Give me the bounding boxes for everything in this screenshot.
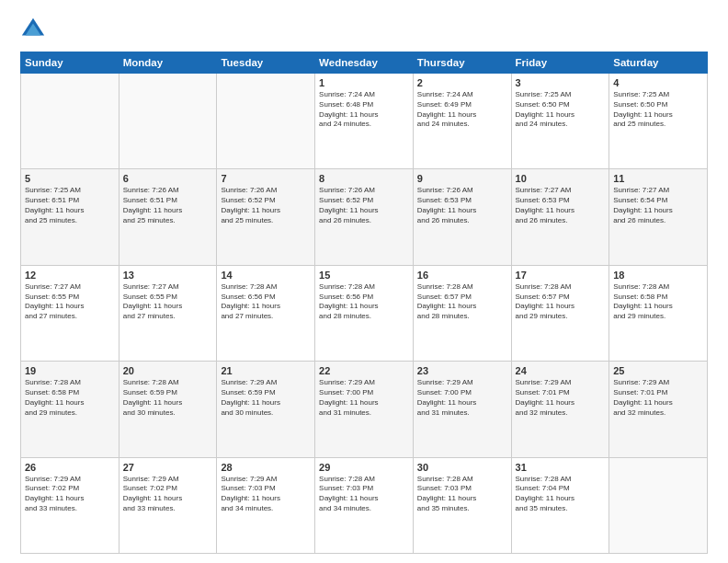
day-info: Sunrise: 7:28 AM Sunset: 6:59 PM Dayligh…	[123, 378, 213, 418]
calendar-week-2: 5Sunrise: 7:25 AM Sunset: 6:51 PM Daylig…	[21, 169, 708, 265]
day-number: 19	[25, 365, 115, 376]
calendar-cell: 4Sunrise: 7:25 AM Sunset: 6:50 PM Daylig…	[609, 74, 708, 169]
day-number: 22	[319, 365, 409, 376]
day-info: Sunrise: 7:27 AM Sunset: 6:55 PM Dayligh…	[25, 282, 115, 322]
calendar-week-4: 19Sunrise: 7:28 AM Sunset: 6:58 PM Dayli…	[21, 362, 708, 457]
day-info: Sunrise: 7:28 AM Sunset: 7:03 PM Dayligh…	[417, 475, 507, 514]
day-info: Sunrise: 7:28 AM Sunset: 6:58 PM Dayligh…	[613, 282, 703, 322]
day-number: 25	[613, 365, 703, 376]
day-info: Sunrise: 7:27 AM Sunset: 6:55 PM Dayligh…	[123, 282, 213, 322]
day-info: Sunrise: 7:29 AM Sunset: 6:59 PM Dayligh…	[221, 378, 311, 418]
calendar-week-5: 26Sunrise: 7:29 AM Sunset: 7:02 PM Dayli…	[21, 457, 708, 553]
day-number: 5	[25, 173, 115, 184]
day-number: 31	[516, 462, 606, 473]
calendar-table: SundayMondayTuesdayWednesdayThursdayFrid…	[20, 52, 708, 554]
day-number: 6	[123, 173, 213, 184]
calendar-cell: 25Sunrise: 7:29 AM Sunset: 7:01 PM Dayli…	[609, 362, 708, 457]
calendar-cell: 12Sunrise: 7:27 AM Sunset: 6:55 PM Dayli…	[21, 265, 119, 361]
day-info: Sunrise: 7:29 AM Sunset: 7:02 PM Dayligh…	[25, 475, 115, 514]
logo-icon	[20, 17, 46, 42]
calendar-cell	[21, 74, 119, 169]
day-number: 15	[319, 270, 409, 281]
day-info: Sunrise: 7:26 AM Sunset: 6:52 PM Dayligh…	[221, 186, 311, 225]
day-number: 3	[516, 77, 606, 88]
day-info: Sunrise: 7:29 AM Sunset: 7:02 PM Dayligh…	[123, 475, 213, 514]
header	[20, 17, 708, 42]
calendar-cell: 29Sunrise: 7:28 AM Sunset: 7:03 PM Dayli…	[315, 457, 414, 553]
page: SundayMondayTuesdayWednesdayThursdayFrid…	[0, 0, 728, 563]
day-info: Sunrise: 7:28 AM Sunset: 6:58 PM Dayligh…	[25, 378, 115, 418]
calendar-cell: 21Sunrise: 7:29 AM Sunset: 6:59 PM Dayli…	[217, 362, 315, 457]
day-number: 28	[221, 462, 311, 473]
calendar-cell: 2Sunrise: 7:24 AM Sunset: 6:49 PM Daylig…	[413, 74, 511, 169]
calendar-cell: 31Sunrise: 7:28 AM Sunset: 7:04 PM Dayli…	[511, 457, 609, 553]
day-header-saturday: Saturday	[609, 52, 708, 74]
day-number: 30	[417, 462, 507, 473]
calendar-cell: 24Sunrise: 7:29 AM Sunset: 7:01 PM Dayli…	[511, 362, 609, 457]
day-info: Sunrise: 7:27 AM Sunset: 6:54 PM Dayligh…	[613, 186, 703, 225]
calendar-cell: 15Sunrise: 7:28 AM Sunset: 6:56 PM Dayli…	[315, 265, 414, 361]
day-number: 16	[417, 270, 507, 281]
calendar-cell: 6Sunrise: 7:26 AM Sunset: 6:51 PM Daylig…	[119, 169, 217, 265]
day-number: 13	[123, 270, 213, 281]
day-number: 10	[516, 173, 606, 184]
day-info: Sunrise: 7:25 AM Sunset: 6:50 PM Dayligh…	[516, 90, 606, 130]
day-number: 14	[221, 270, 311, 281]
day-info: Sunrise: 7:26 AM Sunset: 6:53 PM Dayligh…	[417, 186, 507, 225]
calendar-cell: 18Sunrise: 7:28 AM Sunset: 6:58 PM Dayli…	[609, 265, 708, 361]
day-header-wednesday: Wednesday	[315, 52, 414, 74]
day-number: 4	[613, 77, 703, 88]
day-info: Sunrise: 7:28 AM Sunset: 6:56 PM Dayligh…	[319, 282, 409, 322]
calendar-cell: 14Sunrise: 7:28 AM Sunset: 6:56 PM Dayli…	[217, 265, 315, 361]
calendar-cell: 20Sunrise: 7:28 AM Sunset: 6:59 PM Dayli…	[119, 362, 217, 457]
day-number: 7	[221, 173, 311, 184]
day-number: 24	[516, 365, 606, 376]
calendar-cell: 16Sunrise: 7:28 AM Sunset: 6:57 PM Dayli…	[413, 265, 511, 361]
calendar-cell: 28Sunrise: 7:29 AM Sunset: 7:03 PM Dayli…	[217, 457, 315, 553]
day-header-thursday: Thursday	[413, 52, 511, 74]
day-number: 20	[123, 365, 213, 376]
day-number: 8	[319, 173, 409, 184]
day-number: 11	[613, 173, 703, 184]
calendar-cell	[609, 457, 708, 553]
day-number: 17	[516, 270, 606, 281]
calendar-cell: 22Sunrise: 7:29 AM Sunset: 7:00 PM Dayli…	[315, 362, 414, 457]
calendar-cell: 26Sunrise: 7:29 AM Sunset: 7:02 PM Dayli…	[21, 457, 119, 553]
calendar-cell: 3Sunrise: 7:25 AM Sunset: 6:50 PM Daylig…	[511, 74, 609, 169]
day-info: Sunrise: 7:24 AM Sunset: 6:49 PM Dayligh…	[417, 90, 507, 130]
day-info: Sunrise: 7:29 AM Sunset: 7:03 PM Dayligh…	[221, 475, 311, 514]
logo	[20, 17, 50, 42]
calendar-cell	[217, 74, 315, 169]
calendar-week-3: 12Sunrise: 7:27 AM Sunset: 6:55 PM Dayli…	[21, 265, 708, 361]
day-number: 26	[25, 462, 115, 473]
calendar-cell: 9Sunrise: 7:26 AM Sunset: 6:53 PM Daylig…	[413, 169, 511, 265]
day-header-sunday: Sunday	[21, 52, 119, 74]
calendar-cell: 8Sunrise: 7:26 AM Sunset: 6:52 PM Daylig…	[315, 169, 414, 265]
calendar-cell: 17Sunrise: 7:28 AM Sunset: 6:57 PM Dayli…	[511, 265, 609, 361]
day-header-friday: Friday	[511, 52, 609, 74]
day-number: 23	[417, 365, 507, 376]
day-number: 29	[319, 462, 409, 473]
day-header-monday: Monday	[119, 52, 217, 74]
day-number: 12	[25, 270, 115, 281]
day-info: Sunrise: 7:28 AM Sunset: 6:57 PM Dayligh…	[417, 282, 507, 322]
day-info: Sunrise: 7:28 AM Sunset: 6:57 PM Dayligh…	[516, 282, 606, 322]
day-number: 1	[319, 77, 409, 88]
calendar-cell: 13Sunrise: 7:27 AM Sunset: 6:55 PM Dayli…	[119, 265, 217, 361]
day-info: Sunrise: 7:26 AM Sunset: 6:52 PM Dayligh…	[319, 186, 409, 225]
calendar-cell: 30Sunrise: 7:28 AM Sunset: 7:03 PM Dayli…	[413, 457, 511, 553]
calendar-cell: 5Sunrise: 7:25 AM Sunset: 6:51 PM Daylig…	[21, 169, 119, 265]
day-info: Sunrise: 7:29 AM Sunset: 7:01 PM Dayligh…	[613, 378, 703, 418]
day-number: 21	[221, 365, 311, 376]
day-info: Sunrise: 7:27 AM Sunset: 6:53 PM Dayligh…	[516, 186, 606, 225]
calendar-cell: 1Sunrise: 7:24 AM Sunset: 6:48 PM Daylig…	[315, 74, 414, 169]
day-info: Sunrise: 7:28 AM Sunset: 6:56 PM Dayligh…	[221, 282, 311, 322]
day-info: Sunrise: 7:25 AM Sunset: 6:51 PM Dayligh…	[25, 186, 115, 225]
day-number: 18	[613, 270, 703, 281]
day-info: Sunrise: 7:28 AM Sunset: 7:04 PM Dayligh…	[516, 475, 606, 514]
calendar-cell: 19Sunrise: 7:28 AM Sunset: 6:58 PM Dayli…	[21, 362, 119, 457]
calendar-header-row: SundayMondayTuesdayWednesdayThursdayFrid…	[21, 52, 708, 74]
day-info: Sunrise: 7:28 AM Sunset: 7:03 PM Dayligh…	[319, 475, 409, 514]
day-info: Sunrise: 7:29 AM Sunset: 7:00 PM Dayligh…	[417, 378, 507, 418]
calendar-cell: 7Sunrise: 7:26 AM Sunset: 6:52 PM Daylig…	[217, 169, 315, 265]
